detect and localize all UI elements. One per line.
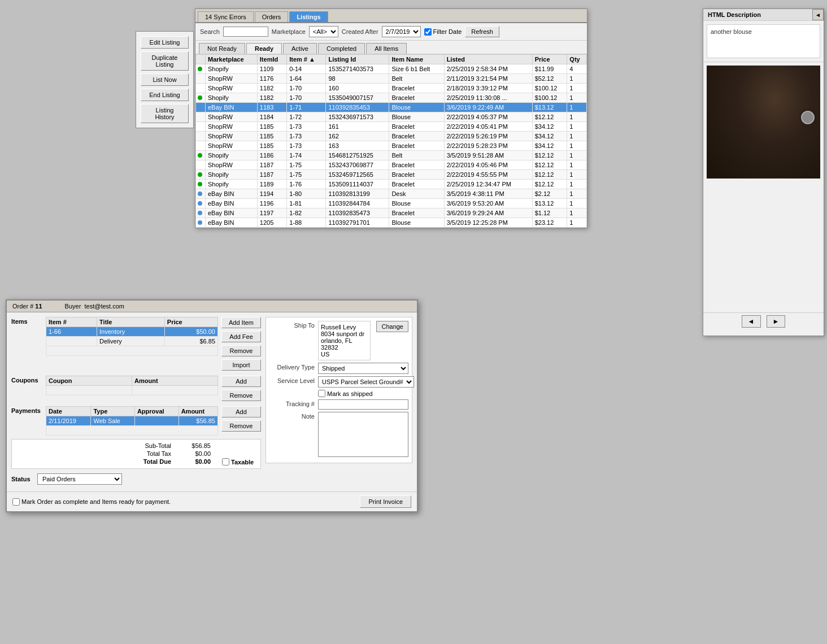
table-row[interactable]: 2/11/2019 Web Sale $56.85 bbox=[46, 416, 218, 426]
table-row[interactable]: eBay BIN12051-88110392791701Blouse3/5/20… bbox=[196, 218, 587, 228]
import-button[interactable]: Import bbox=[221, 359, 261, 371]
col-itemid[interactable]: ItemId bbox=[257, 55, 286, 64]
marketplace-label: Marketplace bbox=[272, 28, 306, 35]
col-listing-id[interactable]: Listing Id bbox=[326, 55, 389, 64]
table-row[interactable]: Shopify11821-701535049007157Bracelet2/25… bbox=[196, 93, 587, 103]
col-price[interactable]: Price bbox=[532, 55, 567, 64]
filter-tab-all-items[interactable]: All Items bbox=[366, 43, 407, 54]
filter-date-label: Filter Date bbox=[433, 28, 462, 35]
table-row[interactable]: eBay BIN11961-81110392844784Blouse3/6/20… bbox=[196, 199, 587, 208]
add-fee-button[interactable]: Add Fee bbox=[221, 331, 261, 342]
complete-order-label[interactable]: Mark Order as complete and Items ready f… bbox=[12, 498, 171, 506]
item-num-cell: 1-82 bbox=[287, 208, 326, 218]
blue-dot-icon bbox=[198, 192, 202, 196]
table-row[interactable]: eBay BIN11941-80110392813199Desk3/5/2019… bbox=[196, 189, 587, 199]
table-row[interactable]: ShopRW11851-73163Bracelet2/22/2019 5:28:… bbox=[196, 141, 587, 151]
table-row[interactable]: ShopRW11851-73162Bracelet2/22/2019 5:26:… bbox=[196, 132, 587, 141]
print-invoice-button[interactable]: Print Invoice bbox=[360, 495, 411, 508]
remove-item-button[interactable]: Remove bbox=[221, 345, 261, 356]
remove-payment-button[interactable]: Remove bbox=[221, 420, 261, 432]
table-row[interactable]: ShopRW11871-751532437069877Bracelet2/22/… bbox=[196, 160, 587, 170]
add-coupon-button[interactable]: Add bbox=[221, 376, 261, 387]
table-row[interactable]: Shopify11861-741546812751925Belt3/5/2019… bbox=[196, 151, 587, 160]
product-image-area bbox=[707, 66, 820, 179]
table-row[interactable]: Shopify11090-141535271403573Size 6 b1 Be… bbox=[196, 64, 587, 74]
mark-shipped-checkbox[interactable] bbox=[318, 390, 325, 397]
filter-date-checkbox-label[interactable]: Filter Date bbox=[424, 28, 462, 36]
delivery-type-select[interactable]: Shipped bbox=[318, 363, 408, 374]
subtotal-value: $56.85 bbox=[182, 442, 211, 449]
taxable-checkbox[interactable] bbox=[222, 458, 229, 465]
tab-listings[interactable]: Listings bbox=[289, 11, 328, 22]
listing-id-cell: 1535271403573 bbox=[326, 64, 389, 74]
search-input[interactable] bbox=[223, 27, 268, 37]
image-next-button[interactable]: ► bbox=[767, 315, 786, 328]
filter-tab-not-ready[interactable]: Not Ready bbox=[199, 43, 245, 54]
dot-cell bbox=[196, 170, 206, 180]
listed-cell: 2/22/2019 4:05:37 PM bbox=[444, 112, 532, 122]
table-row[interactable]: Shopify11871-751532459712565Bracelet2/22… bbox=[196, 170, 587, 180]
table-row[interactable]: eBay BIN11971-82110392835473Bracelet3/6/… bbox=[196, 208, 587, 218]
blue-dot-icon bbox=[198, 201, 202, 206]
qty-cell: 1 bbox=[567, 141, 587, 151]
edit-listing-button[interactable]: Edit Listing bbox=[141, 36, 189, 49]
add-item-button[interactable]: Add Item bbox=[221, 317, 261, 328]
item-num-cell: 1-73 bbox=[287, 141, 326, 151]
qty-cell: 1 bbox=[567, 199, 587, 208]
collapse-button[interactable]: ◄ bbox=[812, 9, 824, 20]
col-item-name[interactable]: Item Name bbox=[389, 55, 444, 64]
taxable-checkbox-label[interactable]: Taxable bbox=[222, 458, 256, 465]
mark-shipped-label[interactable]: Mark as shipped bbox=[318, 390, 373, 397]
refresh-button[interactable]: Refresh bbox=[465, 26, 499, 37]
table-row[interactable]: ShopRW11761-6498Belt2/11/2019 3:21:54 PM… bbox=[196, 74, 587, 84]
table-row[interactable]: Shopify11891-761535091114037Bracelet2/25… bbox=[196, 180, 587, 189]
table-row[interactable]: ShopRW11821-70160Bracelet2/18/2019 3:39:… bbox=[196, 84, 587, 93]
col-listed[interactable]: Listed bbox=[444, 55, 532, 64]
tab-orders[interactable]: Orders bbox=[255, 11, 289, 22]
tracking-label: Tracking # bbox=[269, 399, 315, 407]
complete-order-checkbox[interactable] bbox=[12, 498, 20, 506]
remove-coupon-button[interactable]: Remove bbox=[221, 390, 261, 401]
service-level-select[interactable]: USPS Parcel Select Ground##TM## bbox=[318, 376, 414, 388]
listing-history-button[interactable]: Listing History bbox=[141, 104, 189, 123]
created-after-select[interactable]: 2/7/2019 bbox=[382, 26, 421, 37]
filter-tab-completed[interactable]: Completed bbox=[318, 43, 365, 54]
pay-col-type: Type bbox=[91, 407, 134, 416]
html-text-content: another blouse bbox=[711, 28, 752, 35]
item-name-cell: Blouse bbox=[389, 199, 444, 208]
duplicate-listing-button[interactable]: Duplicate Listing bbox=[141, 51, 189, 71]
payment-buttons: Add Remove bbox=[221, 406, 261, 436]
col-item-num[interactable]: Item # ▲ bbox=[287, 55, 326, 64]
marketplace-select[interactable]: <All> bbox=[309, 26, 338, 37]
tracking-input[interactable] bbox=[318, 399, 408, 410]
taxable-label: Taxable bbox=[231, 459, 254, 465]
table-row[interactable]: ShopRW11851-73161Bracelet2/22/2019 4:05:… bbox=[196, 122, 587, 132]
dot-cell bbox=[196, 132, 206, 141]
table-row[interactable]: eBay BIN11831-71110392835453Blouse3/6/20… bbox=[196, 103, 587, 112]
marketplace-cell: eBay BIN bbox=[206, 103, 258, 112]
col-qty[interactable]: Qty bbox=[567, 55, 587, 64]
filter-tab-active[interactable]: Active bbox=[283, 43, 317, 54]
table-row[interactable]: 1-66 Inventory $50.00 bbox=[46, 327, 218, 337]
end-listing-button[interactable]: End Listing bbox=[141, 89, 189, 101]
table-row[interactable]: Delivery $6.85 bbox=[46, 337, 218, 346]
col-marketplace[interactable]: Marketplace bbox=[206, 55, 258, 64]
marketplace-cell: eBay BIN bbox=[206, 218, 258, 228]
marketplace-cell: eBay BIN bbox=[206, 199, 258, 208]
status-select[interactable]: Paid Orders bbox=[37, 473, 122, 485]
table-row[interactable]: ShopRW11841-721532436971573Blouse2/22/20… bbox=[196, 112, 587, 122]
price-cell: $34.12 bbox=[532, 122, 567, 132]
add-payment-button[interactable]: Add bbox=[221, 406, 261, 417]
price-cell: $2.12 bbox=[532, 189, 567, 199]
image-prev-button[interactable]: ◄ bbox=[742, 315, 761, 328]
price-cell: $13.12 bbox=[532, 103, 567, 112]
change-address-button[interactable]: Change bbox=[376, 321, 408, 332]
status-row: Status Paid Orders bbox=[11, 471, 261, 487]
tab-sync-errors[interactable]: 14 Sync Errors bbox=[198, 11, 254, 22]
filter-date-checkbox[interactable] bbox=[424, 28, 432, 36]
filter-tab-ready[interactable]: Ready bbox=[246, 43, 282, 54]
list-now-button[interactable]: List Now bbox=[141, 73, 189, 86]
price-cell: $52.12 bbox=[532, 74, 567, 84]
itemid-cell: 1186 bbox=[257, 151, 286, 160]
note-textarea[interactable] bbox=[318, 412, 408, 457]
